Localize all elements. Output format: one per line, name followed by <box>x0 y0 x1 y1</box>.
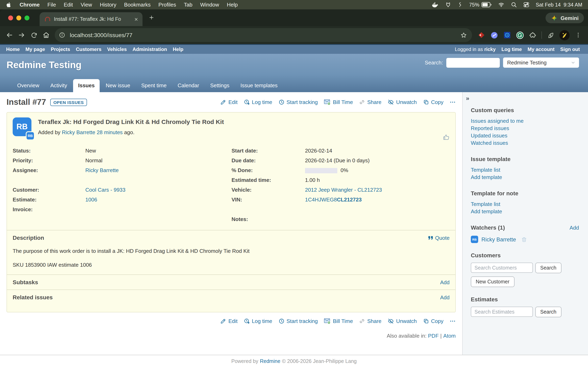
action-start-tracking[interactable]: Start tracking <box>278 99 318 105</box>
menubar-app-icon-3[interactable] <box>457 2 463 8</box>
forward-button[interactable] <box>16 29 28 41</box>
menu-history[interactable]: History <box>100 2 116 8</box>
topmenu-vehicles[interactable]: Vehicles <box>107 47 127 52</box>
action-start-tracking[interactable]: Start tracking <box>278 318 318 324</box>
add-watcher-link[interactable]: Add <box>570 225 579 231</box>
tab-spent-time[interactable]: Spent time <box>136 79 172 92</box>
username[interactable]: ricky <box>484 47 496 52</box>
apple-menu-icon[interactable] <box>6 1 12 8</box>
export-pdf[interactable]: PDF <box>428 333 439 339</box>
account-sign-out[interactable]: Sign out <box>560 47 580 52</box>
redmine-link[interactable]: Redmine <box>260 358 280 364</box>
sidebar-link-issues-assigned-to-me[interactable]: Issues assigned to me <box>471 117 579 125</box>
attr-value-text[interactable]: Ricky Barrette <box>85 167 119 173</box>
sidebar-link-updated-issues[interactable]: Updated issues <box>471 132 579 140</box>
watcher-link[interactable]: Ricky Barrette <box>481 236 516 242</box>
tab-issue-templates[interactable]: Issue templates <box>235 79 282 92</box>
project-select[interactable]: Redmine Testing <box>503 58 579 68</box>
sidebar-link-template-list[interactable]: Template list <box>471 201 579 208</box>
export-atom[interactable]: Atom <box>443 333 456 339</box>
menu-edit[interactable]: Edit <box>64 2 73 8</box>
grammarly-icon[interactable] <box>516 31 524 39</box>
extensions-puzzle-icon[interactable] <box>529 32 536 39</box>
menu-tab[interactable]: Tab <box>184 2 192 8</box>
sidebar-link-template-list[interactable]: Template list <box>471 166 579 174</box>
spotlight-icon[interactable] <box>511 2 517 8</box>
profile-avatar[interactable] <box>559 30 570 40</box>
close-window-button[interactable] <box>8 16 13 20</box>
extension-icon-3[interactable] <box>503 31 511 39</box>
menu-profiles[interactable]: Profiles <box>158 2 176 8</box>
added-time-link[interactable]: 28 minutes <box>97 129 123 135</box>
search-estimates-button[interactable]: Search <box>535 307 561 317</box>
sidebar-link-add-template[interactable]: Add template <box>471 208 579 215</box>
menubar-clock[interactable]: Sat Feb 14 9:34 AM <box>536 2 582 8</box>
tab-overview[interactable]: Overview <box>12 79 44 92</box>
topmenu-administration[interactable]: Administration <box>132 47 167 52</box>
home-button[interactable] <box>40 29 52 41</box>
sidebar-link-add-template[interactable]: Add template <box>471 174 579 181</box>
action-more[interactable] <box>450 99 456 105</box>
menu-chrome[interactable]: Chrome <box>20 2 40 8</box>
action-bill-time[interactable]: Bill Time <box>324 318 353 324</box>
docker-icon[interactable] <box>431 1 439 8</box>
fullscreen-window-button[interactable] <box>25 16 29 20</box>
search-customers-input[interactable] <box>471 263 533 273</box>
menu-view[interactable]: View <box>81 2 92 8</box>
account-log-time[interactable]: Log time <box>502 47 522 52</box>
new-customer-button[interactable]: New Customer <box>471 276 514 287</box>
action-unwatch[interactable]: Unwatch <box>388 318 417 324</box>
search-estimates-input[interactable] <box>471 307 533 317</box>
back-button[interactable] <box>3 29 16 41</box>
browser-tab[interactable]: Install #77: Teraflex Jk: Hd Fo <box>40 12 143 26</box>
action-log-time[interactable]: Log time <box>244 318 272 324</box>
thumbs-up-button[interactable] <box>443 134 450 141</box>
extension-icon-2[interactable] <box>490 31 498 39</box>
attr-value-text[interactable]: 1C4HJWEG8CL212723 <box>305 197 362 203</box>
close-tab-icon[interactable] <box>133 16 139 22</box>
tab-settings[interactable]: Settings <box>205 79 234 92</box>
menu-file[interactable]: File <box>47 2 56 8</box>
menu-help[interactable]: Help <box>227 2 238 8</box>
topmenu-help[interactable]: Help <box>173 47 183 52</box>
site-info-icon[interactable] <box>57 30 67 40</box>
tab-calendar[interactable]: Calendar <box>173 79 204 92</box>
extension-icon-1[interactable] <box>478 31 485 39</box>
new-tab-button[interactable] <box>149 15 154 20</box>
reload-button[interactable] <box>28 29 40 41</box>
minimize-window-button[interactable] <box>16 16 21 20</box>
tab-new-issue[interactable]: New issue <box>101 79 135 92</box>
battery-status[interactable]: 75% <box>469 2 492 8</box>
quote-link[interactable]: Quote <box>428 235 450 241</box>
sidebar-collapse-button[interactable]: » <box>466 95 469 101</box>
browser-menu-icon[interactable] <box>575 32 581 38</box>
action-share[interactable]: Share <box>359 318 381 324</box>
action-unwatch[interactable]: Unwatch <box>388 99 417 105</box>
menu-bookmarks[interactable]: Bookmarks <box>124 2 151 8</box>
topmenu-projects[interactable]: Projects <box>51 47 70 52</box>
topmenu-home[interactable]: Home <box>6 47 20 52</box>
action-edit[interactable]: Edit <box>220 318 238 324</box>
action-share[interactable]: Share <box>359 99 381 105</box>
attr-value-text[interactable]: Cool Cars - 9933 <box>85 187 126 193</box>
address-bar[interactable]: localhost:3000/issues/77 <box>55 28 472 42</box>
menu-window[interactable]: Window <box>200 2 219 8</box>
menubar-app-icon-2[interactable] <box>445 2 451 8</box>
topmenu-customers[interactable]: Customers <box>76 47 101 52</box>
tab-activity[interactable]: Activity <box>45 79 72 92</box>
action-bill-time[interactable]: Bill Time <box>324 99 353 105</box>
search-input[interactable] <box>446 58 500 67</box>
wifi-icon[interactable] <box>498 2 505 8</box>
delete-watcher-icon[interactable] <box>521 236 527 242</box>
tab-issues[interactable]: Issues <box>73 79 100 92</box>
add-related-issue-link[interactable]: Add <box>440 294 450 300</box>
action-more[interactable] <box>450 318 456 324</box>
add-subtask-link[interactable]: Add <box>440 279 450 285</box>
topmenu-my-page[interactable]: My page <box>26 47 45 52</box>
bookmark-star-icon[interactable] <box>460 32 467 39</box>
sidebar-link-reported-issues[interactable]: Reported issues <box>471 125 579 132</box>
account-my-account[interactable]: My account <box>527 47 554 52</box>
action-copy[interactable]: Copy <box>423 99 443 105</box>
action-copy[interactable]: Copy <box>423 318 443 324</box>
search-customers-button[interactable]: Search <box>535 263 561 273</box>
